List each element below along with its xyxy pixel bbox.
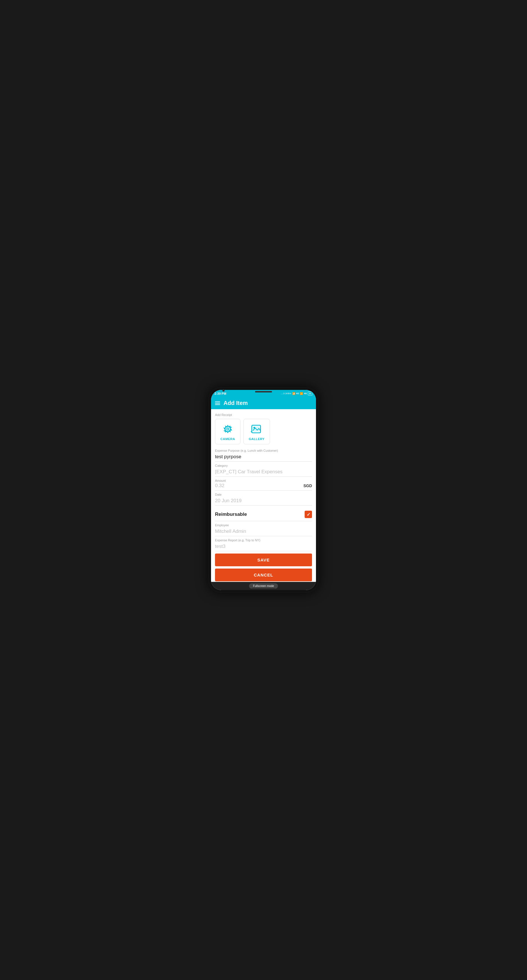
network-speed: ....0.1KB/s [281, 392, 291, 395]
svg-point-5 [253, 427, 255, 428]
hamburger-line-2 [215, 403, 220, 404]
expense-purpose-label: Expense Purpose (e.g. Lunch with Custome… [215, 449, 312, 452]
category-field: Category [EXP_CT] Car Travel Expenses [215, 464, 312, 477]
camera-icon [221, 423, 234, 436]
date-field: Date 20 Jun 2019 [215, 493, 312, 506]
category-label: Category [215, 464, 312, 467]
gallery-icon [250, 423, 263, 436]
signal-icon-2: 📶 [300, 392, 303, 395]
camera-button[interactable]: CAMERA [215, 419, 240, 444]
main-content: Add Receipt [211, 409, 316, 582]
date-value[interactable]: 20 Jun 2019 [215, 497, 312, 506]
reimbursable-checkbox[interactable]: ✓ [305, 511, 312, 518]
reimbursable-label: Reimbursable [215, 512, 247, 517]
amount-row: 0.32 SGD [215, 483, 312, 490]
expense-report-value[interactable]: test3 [215, 542, 312, 551]
phone-bottom-bar [252, 588, 275, 589]
phone-screen: 2:39 PM ....0.1KB/s 📶 4G 📶 4G 66 Add Ite… [211, 390, 316, 590]
employee-value[interactable]: Mitchell Admin [215, 527, 312, 536]
phone-camera [222, 389, 224, 391]
employee-field: Employee Mitchell Admin [215, 523, 312, 536]
battery-indicator: 66 [308, 391, 312, 395]
employee-label: Employee [215, 523, 312, 527]
app-header: Add Item [211, 397, 316, 409]
receipt-options: CAMERA [215, 419, 312, 444]
phone-notch [255, 391, 272, 393]
expense-purpose-field: Expense Purpose (e.g. Lunch with Custome… [215, 449, 312, 461]
menu-button[interactable] [215, 401, 220, 405]
expense-report-field: Expense Report (e.g. Trip to NY) test3 [215, 538, 312, 551]
date-label: Date [215, 493, 312, 496]
amount-value[interactable]: 0.32 [215, 483, 301, 488]
hamburger-line-1 [215, 401, 220, 402]
checkmark-icon: ✓ [307, 512, 310, 517]
reimbursable-row: Reimbursable ✓ [215, 508, 312, 521]
add-receipt-label: Add Receipt [215, 413, 312, 417]
add-receipt-section: Add Receipt [215, 413, 312, 444]
expense-report-label: Expense Report (e.g. Trip to NY) [215, 538, 312, 542]
amount-field: Amount 0.32 SGD [215, 479, 312, 490]
save-button[interactable]: SAVE [215, 554, 312, 566]
status-time: 2:39 PM [215, 392, 226, 395]
page-title: Add Item [223, 400, 248, 406]
category-value[interactable]: [EXP_CT] Car Travel Expenses [215, 468, 312, 477]
currency-label: SGD [304, 484, 312, 488]
camera-label: CAMERA [220, 437, 235, 441]
carrier2-label: 4G [304, 392, 307, 395]
gallery-label: GALLERY [249, 437, 264, 441]
signal-icon: 📶 [292, 392, 295, 395]
phone-shell: 2:39 PM ....0.1KB/s 📶 4G 📶 4G 66 Add Ite… [208, 387, 319, 593]
carrier1-label: 4G [296, 392, 299, 395]
cancel-button[interactable]: CANCEL [215, 568, 312, 581]
status-icons: ....0.1KB/s 📶 4G 📶 4G 66 [281, 391, 312, 395]
amount-label: Amount [215, 479, 312, 482]
hamburger-line-3 [215, 404, 220, 405]
expense-purpose-value[interactable]: test pyrpose [215, 453, 312, 461]
content-inner: Add Receipt [211, 409, 316, 582]
gallery-button[interactable]: GALLERY [244, 419, 270, 444]
